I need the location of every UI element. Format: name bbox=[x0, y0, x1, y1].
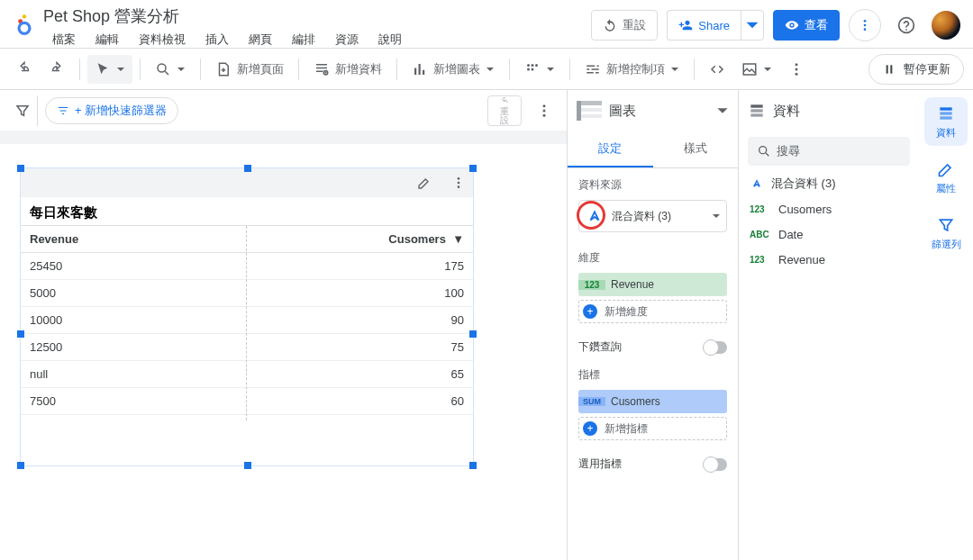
chart-panel-title: 圖表 bbox=[609, 103, 709, 120]
menu-view[interactable]: 資料檢視 bbox=[130, 29, 195, 50]
rail-data[interactable]: 資料 bbox=[924, 97, 968, 146]
tab-style[interactable]: 樣式 bbox=[653, 131, 739, 167]
table-row[interactable]: 25450175 bbox=[21, 253, 473, 280]
toolbar-overflow[interactable] bbox=[781, 55, 812, 84]
chart-icon bbox=[412, 61, 428, 77]
drilldown-label: 下鑽查詢 bbox=[578, 339, 622, 355]
table-row[interactable]: 5000100 bbox=[21, 280, 473, 307]
menubar: 檔案 編輯 資料檢視 插入 網頁 編排 資源 說明 bbox=[43, 29, 411, 50]
table-component[interactable]: 每日來客數 Revenue Cusomers ▼ 254501755000100… bbox=[20, 167, 474, 466]
help-button[interactable] bbox=[890, 9, 923, 41]
field-search[interactable]: 搜尋 bbox=[748, 137, 910, 166]
add-data-button[interactable]: 新增資料 bbox=[306, 55, 389, 84]
embed-button[interactable] bbox=[702, 55, 732, 84]
svg-rect-31 bbox=[750, 113, 762, 116]
quick-filter-label: + 新增快速篩選器 bbox=[75, 103, 167, 119]
field-row[interactable]: 123Revenue bbox=[739, 247, 919, 272]
field-row[interactable]: 123Cusomers bbox=[739, 196, 919, 221]
rail-filter[interactable]: 篩選列 bbox=[924, 209, 968, 257]
zoom-tool[interactable] bbox=[148, 55, 193, 84]
share-dropdown[interactable] bbox=[741, 10, 764, 41]
metric-pill[interactable]: SUMCusomers bbox=[578, 390, 727, 413]
add-control-button[interactable]: 新增控制項 bbox=[577, 55, 687, 84]
share-button[interactable]: Share bbox=[667, 10, 741, 41]
add-chart-label: 新增圖表 bbox=[433, 61, 480, 77]
select-tool[interactable] bbox=[87, 55, 132, 84]
menu-page[interactable]: 網頁 bbox=[240, 29, 281, 50]
dimension-pill[interactable]: 123Revenue bbox=[578, 273, 727, 296]
svg-point-8 bbox=[527, 64, 530, 67]
looker-logo[interactable] bbox=[7, 4, 41, 45]
account-avatar[interactable] bbox=[932, 11, 960, 40]
more-vert-icon bbox=[536, 103, 552, 119]
more-options-button[interactable] bbox=[849, 9, 881, 41]
drilldown-toggle[interactable] bbox=[704, 341, 727, 354]
add-page-button[interactable]: 新增頁面 bbox=[208, 55, 291, 84]
data-add-icon bbox=[314, 61, 330, 77]
datasource-selector[interactable]: 混合資料 (3) bbox=[578, 200, 727, 232]
column-separator bbox=[246, 226, 247, 420]
field-row[interactable]: ABCDate bbox=[739, 221, 919, 247]
share-label: Share bbox=[698, 19, 730, 32]
community-viz-button[interactable] bbox=[517, 55, 562, 84]
help-icon bbox=[897, 16, 915, 34]
table-row[interactable]: 1000090 bbox=[21, 307, 473, 334]
reset-button[interactable]: 重設 bbox=[591, 10, 658, 41]
caret-down-icon bbox=[712, 212, 721, 221]
menu-help[interactable]: 說明 bbox=[369, 29, 411, 50]
reset-label: 重設 bbox=[623, 17, 646, 33]
menu-resource[interactable]: 資源 bbox=[326, 29, 368, 50]
view-button[interactable]: 查看 bbox=[773, 10, 840, 41]
cursor-icon bbox=[95, 61, 111, 77]
caret-down-icon bbox=[546, 65, 555, 74]
menu-arrange[interactable]: 編排 bbox=[283, 29, 324, 50]
svg-point-32 bbox=[759, 147, 767, 154]
svg-rect-30 bbox=[750, 109, 762, 112]
menu-insert[interactable]: 插入 bbox=[196, 29, 238, 50]
add-dimension-button[interactable]: +新增維度 bbox=[578, 300, 727, 323]
add-quick-filter-chip[interactable]: + 新增快速篩選器 bbox=[45, 97, 178, 124]
th-customers[interactable]: Cusomers ▼ bbox=[209, 226, 473, 253]
page-add-icon bbox=[215, 61, 232, 77]
caret-down-icon bbox=[486, 65, 495, 74]
table-row[interactable]: 750060 bbox=[21, 388, 473, 415]
filter-icon[interactable] bbox=[7, 95, 38, 126]
edit-icon[interactable] bbox=[410, 168, 439, 197]
pause-icon bbox=[882, 62, 896, 77]
menu-file[interactable]: 檔案 bbox=[43, 29, 85, 50]
table-row[interactable]: null65 bbox=[21, 361, 473, 388]
svg-rect-33 bbox=[940, 107, 951, 110]
chevron-down-icon[interactable] bbox=[716, 104, 729, 117]
tab-setup[interactable]: 設定 bbox=[568, 131, 653, 167]
image-button[interactable] bbox=[734, 55, 779, 84]
undo-icon bbox=[603, 18, 617, 32]
redo-button[interactable] bbox=[41, 55, 72, 84]
menu-edit[interactable]: 編輯 bbox=[86, 29, 128, 50]
component-overflow[interactable] bbox=[444, 168, 473, 197]
add-metric-button[interactable]: +新增指標 bbox=[578, 417, 727, 440]
data-icon bbox=[748, 102, 766, 120]
metric-label: 指標 bbox=[578, 367, 727, 383]
table-chart-icon bbox=[577, 101, 602, 121]
component-header bbox=[21, 168, 473, 197]
canvas-overflow[interactable] bbox=[529, 96, 559, 125]
pause-label: 暫停更新 bbox=[904, 61, 950, 77]
datasource-name: 混合資料 (3) bbox=[612, 209, 671, 224]
svg-point-5 bbox=[864, 28, 867, 31]
caret-down-icon bbox=[670, 65, 679, 74]
table-row[interactable]: 1250075 bbox=[21, 334, 473, 361]
doc-title[interactable]: Pet Shop 營業分析 bbox=[43, 4, 411, 27]
undo-button[interactable] bbox=[9, 55, 40, 84]
svg-point-10 bbox=[535, 64, 538, 67]
pause-updates-button[interactable]: 暫停更新 bbox=[868, 54, 964, 85]
optional-metric-toggle[interactable] bbox=[704, 458, 727, 471]
add-chart-button[interactable]: 新增圖表 bbox=[405, 55, 502, 84]
th-revenue[interactable]: Revenue bbox=[21, 226, 209, 253]
rail-props[interactable]: 屬性 bbox=[924, 153, 968, 202]
blend-icon bbox=[750, 176, 764, 191]
datasource-row[interactable]: 混合資料 (3) bbox=[739, 171, 919, 196]
caret-down-icon bbox=[177, 65, 186, 74]
svg-rect-18 bbox=[890, 65, 892, 73]
canvas-reset-button[interactable]: 重設 bbox=[487, 95, 522, 126]
zoom-icon bbox=[155, 61, 171, 77]
